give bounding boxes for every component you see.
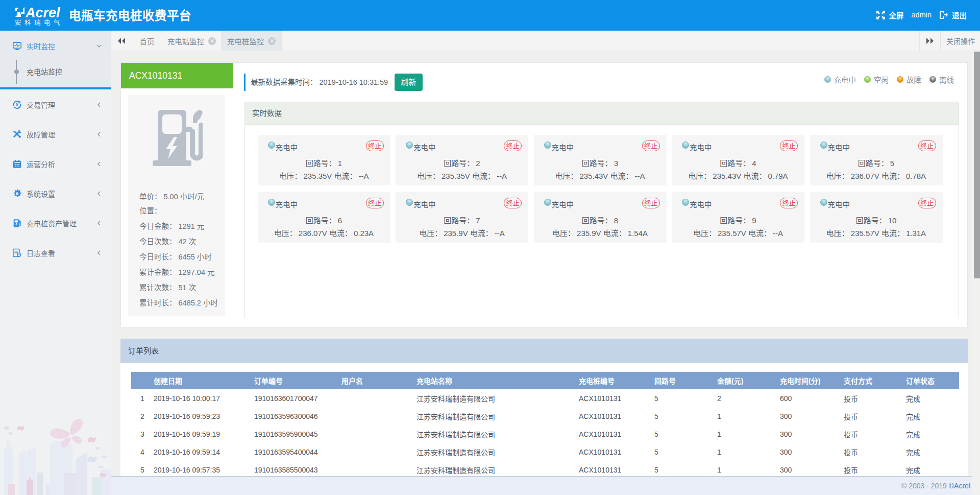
- svg-text:¥: ¥: [16, 102, 18, 107]
